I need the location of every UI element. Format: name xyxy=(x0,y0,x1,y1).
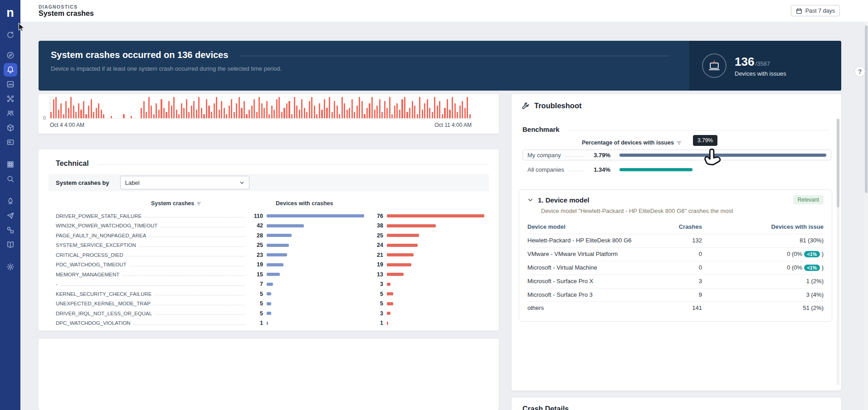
timeline-bar xyxy=(462,101,463,118)
timeline-bar xyxy=(419,97,420,118)
timeline-bar xyxy=(361,101,363,118)
panel-scrollbar-thumb[interactable] xyxy=(837,119,839,207)
timeline-bar xyxy=(432,112,433,118)
crash-category-label: DRIVER_POWER_STATE_FAILURE xyxy=(56,213,141,219)
x-axis-start-label: Oct 4 4:00 AM xyxy=(50,122,84,128)
device-model-panel: 1. Device model Relevant Device model "H… xyxy=(519,189,832,322)
licenses-icon[interactable] xyxy=(4,135,17,149)
page-scrollbar-thumb[interactable] xyxy=(865,25,868,193)
device-table-row: Microsoft - Surface Pro X 3 1 (2%) xyxy=(527,275,824,288)
crashes-cell: 9 xyxy=(643,288,702,302)
page-scrollbar[interactable] xyxy=(864,22,868,410)
timeline-bar xyxy=(364,114,365,118)
workflows-icon[interactable] xyxy=(4,223,17,237)
alerts-icon[interactable] xyxy=(4,63,17,77)
devices-with-crashes-value: 24 xyxy=(364,242,383,248)
timeline-bar xyxy=(198,97,200,118)
library-icon[interactable] xyxy=(4,238,17,251)
timeline-bar xyxy=(101,110,102,118)
device-model-header[interactable]: 1. Device model Relevant xyxy=(527,195,824,204)
timeline-bar xyxy=(374,110,375,118)
device-model-cell: Microsoft - Surface Pro 3 xyxy=(527,288,643,302)
dotted-leader xyxy=(60,285,245,286)
benchmark-row-my-company[interactable]: My company 3.79% xyxy=(522,150,831,160)
timeline-bar xyxy=(226,114,227,118)
help-button[interactable]: ? xyxy=(854,66,865,77)
send-icon[interactable] xyxy=(4,209,17,222)
campaigns-icon[interactable] xyxy=(4,194,17,208)
timeline-bar xyxy=(329,97,330,118)
timeline-bar xyxy=(288,101,290,118)
hero-subtitle: Device is impacted if at least one syste… xyxy=(51,65,689,72)
timeline-bar xyxy=(381,112,383,118)
groupby-select[interactable]: Label xyxy=(120,176,249,189)
x-axis-end-label: Oct 11 4:00 AM xyxy=(434,122,472,128)
timeline-bar xyxy=(156,103,157,118)
technical-row: PDC_WATCHDOG_TIMEOUT 19 19 xyxy=(56,260,484,270)
timeline-bar xyxy=(349,108,350,119)
app-logo[interactable]: n xyxy=(0,4,20,22)
integrations-icon[interactable] xyxy=(4,92,17,106)
history-icon[interactable] xyxy=(4,28,17,42)
devices-with-crashes-bar xyxy=(387,302,393,305)
timeline-bar xyxy=(55,97,57,118)
timeline-bar xyxy=(229,106,230,118)
timeline-bar xyxy=(80,110,82,118)
col-header-system-crashes[interactable]: System crashes xyxy=(151,200,201,207)
crash-details-card: Crash Details xyxy=(512,398,841,410)
benchmark-value: 3.79% xyxy=(587,152,610,159)
timeline-bar xyxy=(173,97,175,118)
timeline-bar xyxy=(53,99,54,118)
system-crashes-value: 5 xyxy=(248,300,263,307)
system-crashes-bar xyxy=(267,224,304,227)
timeline-bar xyxy=(268,114,270,118)
timeline-bar xyxy=(464,108,466,119)
sidebar: n xyxy=(0,0,20,410)
system-crashes-value: 5 xyxy=(248,310,263,317)
devices-with-crashes-value: 25 xyxy=(364,232,383,239)
time-range-button[interactable]: Past 7 days xyxy=(791,5,840,16)
dashboards-icon[interactable] xyxy=(4,77,17,91)
panel-scrollbar[interactable] xyxy=(837,119,839,385)
users-icon[interactable] xyxy=(4,106,17,120)
device-table-row: Microsoft - Virtual Machine 0 0 (0% <1% … xyxy=(527,261,824,275)
technical-row: UNEXPECTED_KERNEL_MODE_TRAP 5 5 xyxy=(56,299,484,309)
timeline-bar xyxy=(369,103,370,118)
benchmark-row-all-companies[interactable]: All companies 1.34% xyxy=(522,164,831,175)
investigate-icon[interactable] xyxy=(4,172,17,186)
timeline-bar xyxy=(206,99,207,118)
dotted-leader xyxy=(129,266,245,266)
timeline-bar xyxy=(442,114,443,118)
under-one-percent-badge: <1% xyxy=(804,265,820,271)
hero-divider xyxy=(240,56,669,56)
crashes-cell: 3 xyxy=(643,275,702,288)
system-crashes-bar xyxy=(267,322,268,325)
timeline-bar xyxy=(261,103,263,118)
timeline-bar xyxy=(351,99,353,118)
apps-grid-icon[interactable] xyxy=(4,158,17,171)
crash-category-label: SYSTEM_SERVICE_EXCEPTION xyxy=(56,242,136,248)
timeline-bar xyxy=(439,101,440,118)
devices-icon[interactable] xyxy=(4,121,17,135)
devices-with-issue-cell: 3 (4%) xyxy=(702,288,824,302)
device-model-cell: Microsoft - Surface Pro X xyxy=(527,275,643,288)
devices-with-crashes-bar xyxy=(387,263,411,266)
devices-with-crashes-bar xyxy=(387,312,390,315)
crash-category-label: DRIVER_IRQL_NOT_LESS_OR_EQUAL xyxy=(56,311,152,316)
timeline-bar xyxy=(131,116,132,118)
settings-gear-icon[interactable] xyxy=(4,260,17,274)
devices-with-crashes-value: 38 xyxy=(364,222,383,229)
system-crashes-value: 42 xyxy=(248,222,263,229)
system-crashes-value: 25 xyxy=(248,242,263,248)
technical-title: Technical xyxy=(56,159,89,168)
timeline-bar xyxy=(306,112,307,118)
timeline-bar xyxy=(241,108,242,119)
devices-with-issue-cell: 0 (0% <1% ) xyxy=(702,261,824,275)
devices-with-crashes-bar xyxy=(387,244,418,247)
timeline-bar xyxy=(422,110,423,118)
system-crashes-value: 1 xyxy=(248,320,263,326)
crash-category-label: PAGE_FAULT_IN_NONPAGED_AREA xyxy=(56,233,146,238)
devices-with-crashes-value: 3 xyxy=(364,310,383,317)
timeline-bar xyxy=(437,106,438,118)
explore-icon[interactable] xyxy=(4,48,17,62)
